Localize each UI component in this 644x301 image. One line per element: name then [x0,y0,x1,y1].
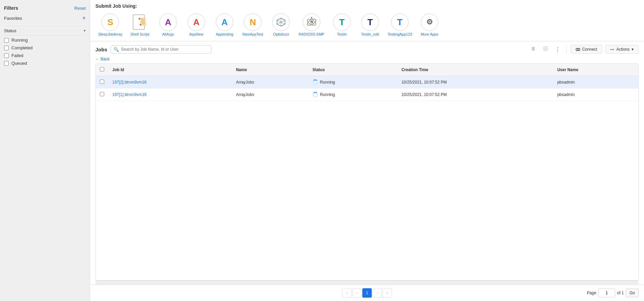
app-apptesting[interactable]: A Apptesting [211,12,238,38]
testingapp123-label: TestingApp123 [388,32,412,36]
moreapps-label: More Apps [421,32,439,36]
actions-button[interactable]: Actions ▾ [605,45,639,54]
app-testingapp123[interactable]: T TestingApp123 [385,12,415,38]
next-page-button[interactable]: › [372,288,382,298]
app-shellscript[interactable]: 📜 Shell Script [126,12,153,38]
status-option-running[interactable]: Running [4,38,86,43]
svg-point-17 [610,49,611,50]
table-header-row: Job Id Name Status Creation Time User Na… [96,64,638,76]
sleepjobarray-label: SleepJobArray [98,32,122,36]
page-1-button[interactable]: 1 [362,288,372,298]
appnew-label: AppNew [189,32,203,36]
search-icon: 🔍 [114,47,119,52]
go-button[interactable]: Go [626,289,639,297]
favorites-row: Favorites + [4,15,86,22]
sidebar: Filters Reset Favorites + Status ▾ Runni… [0,0,90,301]
app-optistruct[interactable]: Optistruct [268,12,294,38]
back-link[interactable]: ← Back [95,57,639,61]
app-sleepjobarray[interactable]: S SleepJobArray [95,12,125,38]
svg-rect-15 [578,48,580,51]
connect-button[interactable]: Connect [571,45,602,54]
app-testin[interactable]: T TestIn [328,12,355,38]
allargs-icon: A [159,13,177,31]
newapptest-icon: N [244,13,261,31]
more-options-button[interactable]: ⋮ [553,45,562,54]
row-name: ArrayJobs [232,76,309,89]
jobs-right: ⋮ Connect Actions ▾ [529,45,639,54]
select-all-checkbox[interactable] [100,67,104,71]
radioss-smp-icon: R [303,13,320,31]
newapptest-label: NewAppTest [242,32,263,36]
status-chevron-icon: ▾ [84,29,86,33]
optistruct-icon [272,13,290,31]
row-checkbox-0[interactable] [100,80,104,84]
reset-button[interactable]: Reset [74,6,86,11]
search-box: 🔍 [111,45,211,54]
testin-edit-icon: T [361,13,379,31]
status-running: Running [313,80,394,85]
table-wrapper: Job Id Name Status Creation Time User Na… [95,63,639,285]
first-page-button[interactable]: « [342,288,352,298]
completed-label: Completed [11,45,33,50]
app-moreapps[interactable]: ⚙ More Apps [416,12,443,38]
status-option-queued[interactable]: Queued [4,61,86,66]
header-select-all[interactable] [96,64,108,76]
app-testin-edit[interactable]: T TestIn_edit [357,12,384,38]
status-option-failed[interactable]: Failed [4,53,86,58]
running-spinner [313,92,318,97]
app-newapptest[interactable]: N NewAppTest [239,12,266,38]
col-status: Status [309,64,398,76]
app-appnew[interactable]: A AppNew [183,12,210,38]
delete-button[interactable] [529,45,538,54]
status-header[interactable]: Status ▾ [4,26,86,36]
row-checkbox-cell[interactable] [96,76,108,89]
jobs-title: Jobs [95,47,107,52]
svg-point-18 [612,49,612,50]
toolbar-divider [566,45,567,53]
jobs-table-container: Job Id Name Status Creation Time User Na… [95,63,639,281]
testin-label: TestIn [337,32,347,36]
pagination-bar: « ‹ 1 › » Page of 1 Go [90,285,644,301]
radioss-smp-label: RADIOSS-SMP [298,32,324,36]
row-status: Running [309,76,398,89]
sidebar-header: Filters Reset [4,5,86,11]
svg-point-19 [613,49,614,50]
completed-checkbox[interactable] [4,46,9,50]
row-checkbox-cell[interactable] [96,89,108,101]
job-id-link[interactable]: 197[1].blrvm9vm16 [112,92,147,97]
apptesting-icon: A [216,13,233,31]
jobs-section: Jobs 🔍 ⋮ Connect [90,41,644,285]
col-job-id: Job Id [108,64,232,76]
failed-checkbox[interactable] [4,53,9,58]
app-allargs[interactable]: A AllArgs [155,12,182,38]
page-number-input[interactable] [598,289,615,297]
failed-label: Failed [11,53,23,58]
shellscript-icon: 📜 [131,13,149,31]
col-creation-time: Creation Time [397,64,553,76]
sidebar-title: Filters [4,5,18,11]
status-option-completed[interactable]: Completed [4,45,86,50]
appnew-icon: A [188,13,205,31]
actions-label: Actions [616,47,630,52]
table-row: 197[1].blrvm9vm16 ArrayJobs Running 10/2… [96,89,638,101]
table-row: 197[2].blrvm9vm16 ArrayJobs Running 10/2… [96,76,638,89]
job-id-link[interactable]: 197[2].blrvm9vm16 [112,80,147,85]
app-radioss-smp[interactable]: R RADIOSS-SMP [296,12,327,38]
row-checkbox-1[interactable] [100,92,104,96]
cancel-button[interactable] [541,45,550,54]
connect-icon [576,47,580,52]
row-name: ArrayJobs [232,89,309,101]
horizontal-scrollbar[interactable] [95,281,639,285]
search-input[interactable] [121,47,208,52]
row-user-name: pbsadmin [553,76,638,89]
apps-row: S SleepJobArray 📜 Shell Script A AllArgs [95,12,639,38]
prev-page-button[interactable]: ‹ [352,288,362,298]
favorites-add-button[interactable]: + [82,15,86,22]
col-user-name: User Name [553,64,638,76]
queued-checkbox[interactable] [4,61,9,66]
actions-icon [610,47,614,52]
running-checkbox[interactable] [4,38,9,43]
col-name: Name [232,64,309,76]
jobs-left: Jobs 🔍 [95,45,211,54]
last-page-button[interactable]: » [383,288,392,298]
